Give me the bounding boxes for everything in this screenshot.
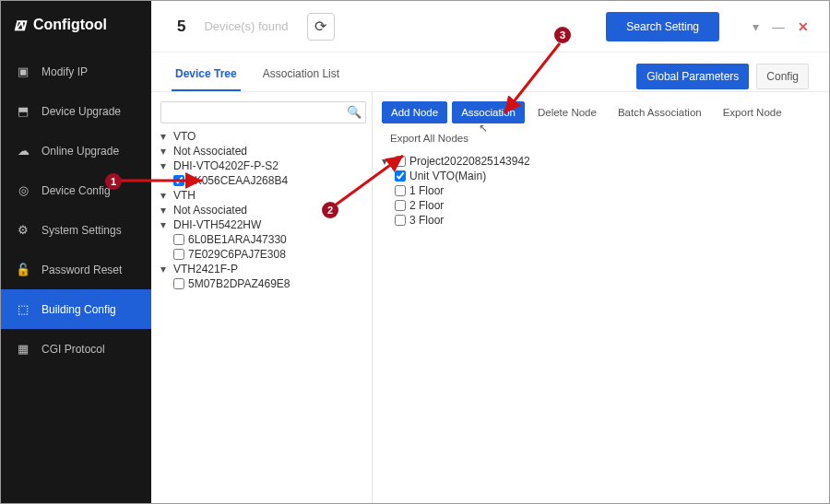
- refresh-button[interactable]: ⟳: [307, 13, 335, 41]
- tabs-row: Device Tree Association List Global Para…: [151, 53, 829, 92]
- sidebar-item-label: Password Reset: [42, 264, 122, 276]
- tree-node-floor[interactable]: ▾3 Floor: [382, 213, 820, 228]
- export-all-nodes-button[interactable]: Export All Nodes: [382, 128, 477, 148]
- minimize-icon[interactable]: —: [772, 19, 785, 34]
- association-button[interactable]: Association: [452, 101, 525, 123]
- tree-node-floor[interactable]: ▾1 Floor: [382, 183, 820, 198]
- config-button[interactable]: Config: [756, 64, 809, 89]
- tree-node-unit-vto[interactable]: ▾Unit VTO(Main): [382, 169, 820, 183]
- lock-icon: 🔓: [16, 263, 30, 276]
- tree-node-serial[interactable]: ▾6L0BE1ARAJ47330: [160, 232, 366, 247]
- serial-checkbox[interactable]: [173, 175, 184, 186]
- floor-checkbox[interactable]: [395, 215, 406, 226]
- floor-checkbox[interactable]: [395, 200, 406, 211]
- cloud-icon: ☁: [16, 144, 30, 158]
- tree-node-serial[interactable]: ▾6K056CEAAJ268B4: [160, 173, 366, 188]
- tree-search-input[interactable]: [160, 101, 366, 123]
- sidebar-item-label: Device Upgrade: [42, 105, 121, 118]
- sidebar: ⟎ Configtool ▣ Modify IP ⬒ Device Upgrad…: [1, 1, 151, 503]
- tree-node-not-associated[interactable]: ▾Not Associated: [160, 144, 366, 158]
- delete-node-button[interactable]: Delete Node: [529, 101, 605, 123]
- annotation-badge-3: 3: [554, 27, 571, 43]
- ip-icon: ▣: [16, 64, 30, 78]
- logo-icon: ⟎: [14, 14, 26, 35]
- main-area: 5 Device(s) found ⟳ Search Setting ▾ — ✕…: [151, 1, 829, 503]
- annotation-badge-2: 2: [322, 202, 338, 218]
- global-parameters-button[interactable]: Global Parameters: [636, 64, 749, 89]
- tree-node-vto[interactable]: ▾VTO: [160, 129, 366, 144]
- tree-node-floor[interactable]: ▾2 Floor: [382, 198, 820, 213]
- tab-association-list[interactable]: Association List: [259, 62, 343, 91]
- device-count-label: Device(s) found: [204, 19, 288, 33]
- serial-checkbox[interactable]: [173, 278, 184, 289]
- project-checkbox[interactable]: [395, 156, 406, 167]
- sidebar-item-label: Device Config: [42, 184, 111, 197]
- tree-node-serial[interactable]: ▾7E029C6PAJ7E308: [160, 247, 366, 262]
- floor-checkbox[interactable]: [395, 185, 406, 196]
- export-node-button[interactable]: Export Node: [715, 101, 790, 123]
- tree-node-device[interactable]: ▾DHI-VTO4202F-P-S2: [160, 158, 366, 173]
- upgrade-icon: ⬒: [16, 104, 30, 118]
- caret-icon[interactable]: ▾: [160, 189, 170, 202]
- search-icon[interactable]: 🔍: [347, 105, 362, 119]
- device-count: 5: [177, 18, 185, 36]
- sidebar-item-building-config[interactable]: ⬚ Building Config: [1, 289, 151, 329]
- sidebar-item-modify-ip[interactable]: ▣ Modify IP: [1, 52, 151, 91]
- caret-icon[interactable]: ▾: [160, 145, 170, 158]
- close-icon[interactable]: ✕: [798, 19, 809, 34]
- tree-node-serial[interactable]: ▾5M07B2DPAZ469E8: [160, 276, 366, 291]
- tree-node-vth[interactable]: ▾VTH: [160, 188, 366, 203]
- sidebar-item-password-reset[interactable]: 🔓 Password Reset: [1, 250, 151, 289]
- app-logo: ⟎ Configtool: [1, 1, 151, 52]
- sidebar-item-device-config[interactable]: ◎ Device Config: [1, 170, 151, 210]
- caret-icon[interactable]: ▾: [160, 159, 170, 172]
- unit-checkbox[interactable]: [395, 170, 406, 182]
- caret-icon[interactable]: ▾: [160, 130, 170, 143]
- cursor-icon: ↖: [479, 122, 488, 135]
- caret-icon[interactable]: ▾: [160, 218, 170, 231]
- app-title: Configtool: [33, 17, 107, 33]
- search-setting-button[interactable]: Search Setting: [606, 12, 719, 41]
- caret-icon[interactable]: ▾: [382, 155, 391, 168]
- annotation-badge-1: 1: [105, 173, 122, 190]
- sidebar-item-label: System Settings: [42, 224, 122, 237]
- tree-node-device[interactable]: ▾VTH2421F-P: [160, 262, 366, 276]
- add-node-button[interactable]: Add Node: [382, 101, 447, 123]
- caret-icon[interactable]: ▾: [160, 204, 170, 217]
- caret-icon[interactable]: ▾: [160, 263, 170, 275]
- tab-device-tree[interactable]: Device Tree: [172, 62, 241, 91]
- batch-association-button[interactable]: Batch Association: [610, 101, 710, 123]
- sidebar-item-label: Building Config: [42, 303, 116, 316]
- config-icon: ◎: [16, 183, 30, 197]
- gear-icon: ⚙: [16, 223, 30, 237]
- association-pane: Add Node Association Delete Node Batch A…: [373, 92, 829, 503]
- refresh-icon: ⟳: [314, 18, 326, 35]
- tree-node-device[interactable]: ▾DHI-VTH5422HW: [160, 217, 366, 232]
- tree-node-project[interactable]: ▾Project20220825143942: [382, 154, 820, 169]
- sidebar-item-device-upgrade[interactable]: ⬒ Device Upgrade: [1, 91, 151, 131]
- top-bar: 5 Device(s) found ⟳ Search Setting ▾ — ✕: [151, 1, 829, 53]
- device-tree-pane: 🔍 ▾VTO ▾Not Associated ▾DHI-VTO4202F-P-S…: [151, 92, 373, 503]
- serial-checkbox[interactable]: [173, 234, 184, 245]
- sidebar-item-label: Online Upgrade: [42, 145, 119, 158]
- sidebar-item-system-settings[interactable]: ⚙ System Settings: [1, 210, 151, 250]
- serial-checkbox[interactable]: [173, 249, 184, 260]
- sidebar-item-label: CGI Protocol: [42, 343, 105, 356]
- sidebar-item-cgi-protocol[interactable]: ▦ CGI Protocol: [1, 329, 151, 369]
- sidebar-item-label: Modify IP: [42, 65, 88, 78]
- dropdown-icon[interactable]: ▾: [753, 19, 759, 34]
- protocol-icon: ▦: [16, 342, 30, 356]
- sidebar-item-online-upgrade[interactable]: ☁ Online Upgrade: [1, 131, 151, 170]
- building-icon: ⬚: [16, 302, 30, 316]
